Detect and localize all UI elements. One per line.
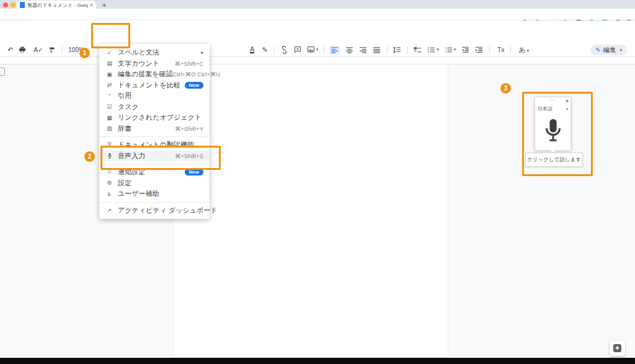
menu-item-tasks[interactable]: ☑ タスク — [99, 102, 210, 113]
decrease-indent-icon[interactable] — [461, 47, 469, 53]
annotation-step-2: 2 — [84, 151, 95, 162]
undo-icon[interactable]: ↶ — [7, 46, 13, 54]
linked-objects-icon: ▦ — [105, 115, 113, 121]
menu-item-word-count[interactable]: ▤ 文字カウント ⌘+Shift+C — [99, 58, 210, 69]
close-window-icon[interactable] — [3, 2, 8, 7]
svg-text:2: 2 — [445, 50, 446, 53]
annotation-step-1: 1 — [79, 48, 90, 58]
menu-item-preferences[interactable]: ⚙ 設定 — [99, 178, 210, 189]
gear-icon: ⚙ — [105, 180, 113, 186]
document-outline-icon[interactable]: —— — [0, 68, 5, 76]
align-right-icon[interactable] — [359, 47, 367, 53]
insert-image-icon[interactable]: ▾ — [307, 46, 319, 53]
highlight-color-icon[interactable]: ✎ — [262, 46, 267, 54]
add-comment-icon[interactable] — [294, 46, 301, 53]
pencil-icon: ✎ — [595, 47, 600, 53]
annotation-rect-voice-panel — [522, 92, 593, 176]
tasks-icon: ☑ — [105, 104, 113, 110]
activity-dashboard-icon: ↗ — [105, 207, 113, 213]
minimize-window-icon[interactable] — [11, 2, 16, 7]
menu-separator — [99, 136, 210, 137]
menu-item-activity-dashboard[interactable]: ↗ アクティビティ ダッシュボード — [99, 205, 210, 216]
menu-item-accessibility[interactable]: ♿ ユーザー補助 — [99, 189, 210, 200]
toolbar-divider — [61, 46, 62, 54]
menu-item-compare-documents[interactable]: ⇄ ドキュメントを比較 New — [99, 80, 210, 91]
line-spacing-icon[interactable] — [393, 47, 401, 53]
ruler[interactable]: 1 2 3 4 5 6 7 8 9 10 11 12 13 14 15 17 1… — [0, 57, 635, 64]
docs-favicon — [20, 2, 25, 8]
tools-menu: ✓ スペルと文法 ► ▤ 文字カウント ⌘+Shift+C ▣ 編集の提案を確認… — [99, 44, 210, 219]
insert-link-icon[interactable] — [280, 46, 288, 54]
checklist-icon[interactable] — [414, 47, 422, 53]
menu-item-dictionary[interactable]: ▥ 辞書 ⌘+Shift+Y — [99, 123, 210, 135]
toolbar-divider — [387, 46, 388, 54]
numbered-list-icon[interactable]: 12▾ — [445, 47, 456, 53]
new-badge: New — [185, 82, 203, 89]
browser-tab-strip: 無題のドキュメント - Google ド × + — [0, 0, 635, 9]
input-tools-icon[interactable]: あ▾ — [518, 45, 529, 55]
annotation-step-3: 3 — [500, 83, 511, 94]
menu-item-citations[interactable]: ” 引用 — [99, 91, 210, 102]
toolbar-divider — [407, 46, 408, 54]
menu-item-spelling-grammar[interactable]: ✓ スペルと文法 ► — [99, 47, 210, 58]
print-icon[interactable] — [19, 46, 26, 53]
word-count-icon: ▤ — [105, 60, 113, 66]
browser-tab[interactable]: 無題のドキュメント - Google ド × — [17, 1, 96, 9]
browser-url-bar: → ↻ docs.google.com/document/d/1mb9gbP4a… — [0, 9, 635, 20]
submenu-arrow-icon: ► — [200, 50, 205, 55]
screen: 無題のドキュメント - Google ド × + → ↻ docs.google… — [0, 0, 635, 364]
menu-separator — [99, 202, 210, 203]
tab-title: 無題のドキュメント - Google ド — [27, 2, 88, 9]
new-tab-button[interactable]: + — [102, 1, 106, 9]
letterbox-bar — [0, 358, 635, 364]
menu-item-linked-objects[interactable]: ▦ リンクされたオブジェクト — [99, 112, 210, 123]
toolbar-divider — [489, 46, 490, 54]
suggested-edits-icon: ▣ — [105, 71, 113, 78]
tab-close-icon[interactable]: × — [90, 2, 93, 8]
compare-documents-icon: ⇄ — [105, 82, 113, 88]
annotation-rect-voice-typing — [100, 146, 221, 170]
align-left-icon[interactable] — [329, 45, 340, 55]
paint-format-icon[interactable] — [48, 47, 55, 53]
explore-icon: ✚ — [613, 344, 621, 352]
toolbar-divider — [274, 46, 275, 54]
menu-item-review-suggested-edits[interactable]: ▣ 編集の提案を確認 Ctrl+⌘O Ctrl+⌘U — [99, 69, 210, 80]
accessibility-icon: ♿ — [105, 191, 113, 197]
spellcheck-icon[interactable]: A✓ — [33, 47, 43, 53]
editing-mode-caret-icon: ▾ — [619, 48, 622, 53]
text-color-icon[interactable]: A — [250, 46, 254, 53]
annotation-rect-tools — [91, 23, 130, 48]
toolbar-divider — [510, 46, 511, 54]
dictionary-icon: ▥ — [105, 125, 113, 131]
align-justify-icon[interactable] — [373, 47, 381, 53]
align-center-icon[interactable] — [345, 47, 353, 53]
increase-indent-icon[interactable] — [475, 47, 483, 53]
explore-button[interactable]: ✚ — [610, 340, 625, 356]
editing-mode-button[interactable]: ✎ 編集 ▾ — [590, 45, 627, 55]
spellcheck-icon: ✓ — [105, 50, 113, 56]
clear-formatting-icon[interactable]: Tx — [497, 47, 504, 53]
editing-mode-label: 編集 — [603, 46, 616, 55]
citations-icon: ” — [105, 93, 113, 99]
bulleted-list-icon[interactable]: ▾ — [427, 47, 439, 53]
svg-text:1: 1 — [445, 47, 446, 50]
toolbar-divider — [324, 46, 325, 54]
